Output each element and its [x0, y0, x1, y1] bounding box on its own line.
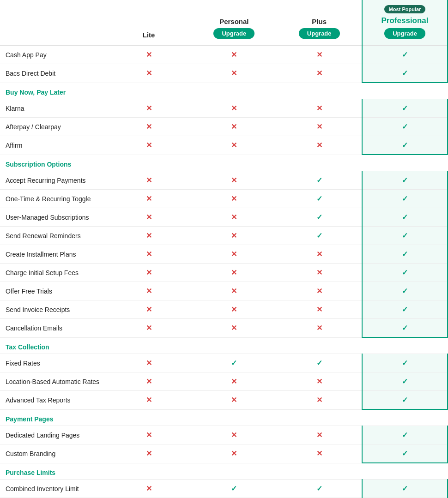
check-icon: ✓ — [402, 324, 408, 332]
cross-icon: ✕ — [146, 104, 152, 112]
cell-professional: ✓ — [362, 444, 448, 463]
cell-professional: ✓ — [362, 480, 448, 498]
check-icon: ✓ — [402, 213, 408, 221]
cell-personal: ✕ — [191, 372, 277, 391]
cross-icon: ✕ — [316, 450, 322, 457]
cross-icon: ✕ — [316, 306, 322, 313]
cross-icon: ✕ — [146, 250, 152, 258]
cross-icon: ✕ — [146, 324, 152, 332]
plus-upgrade-button[interactable]: Upgrade — [299, 28, 340, 39]
check-icon: ✓ — [316, 232, 322, 240]
cross-icon: ✕ — [316, 396, 322, 404]
cell-professional: ✓ — [362, 190, 448, 208]
cell-plus: ✕ — [277, 282, 362, 300]
cross-icon: ✕ — [231, 213, 237, 221]
cell-lite: ✕ — [106, 480, 192, 498]
cell-personal: ✕ — [191, 118, 277, 136]
section-title-buy-now-pay-later: Buy Now, Pay Later — [6, 89, 66, 96]
plus-plan-name: Plus — [282, 18, 356, 25]
feature-label: Charge Initial Setup Fees — [0, 264, 106, 282]
table-row: Affirm✕✕✕✓ — [0, 136, 448, 155]
cell-professional: ✓ — [362, 372, 448, 391]
professional-upgrade-button[interactable]: Upgrade — [384, 28, 425, 39]
cell-professional: ✓ — [362, 300, 448, 319]
check-icon: ✓ — [402, 287, 408, 295]
table-row: Cash App Pay✕✕✕✓ — [0, 46, 448, 64]
cell-lite: ✕ — [106, 64, 192, 83]
cell-lite: ✕ — [106, 354, 192, 372]
comparison-table: Lite Personal Upgrade Plus Upgrade Most … — [0, 0, 448, 498]
section-header-tax-collection: Tax Collection — [0, 337, 448, 354]
cell-lite: ✕ — [106, 300, 192, 319]
cell-professional: ✓ — [362, 245, 448, 264]
cell-personal: ✕ — [191, 208, 277, 227]
section-title-tax-collection: Tax Collection — [6, 343, 49, 351]
check-icon: ✓ — [231, 359, 237, 367]
cell-plus: ✕ — [277, 444, 362, 463]
personal-plan-name: Personal — [197, 18, 271, 25]
check-icon: ✓ — [402, 359, 408, 367]
cross-icon: ✕ — [316, 69, 322, 77]
cell-plus: ✕ — [277, 99, 362, 118]
cross-icon: ✕ — [231, 431, 237, 439]
cell-lite: ✕ — [106, 444, 192, 463]
cell-plus: ✕ — [277, 264, 362, 282]
cross-icon: ✕ — [231, 141, 237, 149]
cell-plus: ✕ — [277, 426, 362, 444]
check-icon: ✓ — [402, 123, 408, 131]
cell-lite: ✕ — [106, 208, 192, 227]
cell-professional: ✓ — [362, 171, 448, 190]
feature-label: Offer Free Trials — [0, 282, 106, 300]
cross-icon: ✕ — [316, 324, 322, 332]
cell-lite: ✕ — [106, 319, 192, 338]
cell-personal: ✓ — [191, 480, 277, 498]
cross-icon: ✕ — [316, 250, 322, 258]
cell-plus: ✕ — [277, 319, 362, 338]
table-row: Advanced Tax Reports✕✕✕✓ — [0, 391, 448, 410]
professional-column-header: Most Popular Professional Upgrade — [362, 0, 448, 46]
cell-lite: ✕ — [106, 264, 192, 282]
section-header-purchase-limits: Purchase Limits — [0, 463, 448, 480]
cross-icon: ✕ — [231, 195, 237, 203]
cross-icon: ✕ — [146, 195, 152, 203]
cross-icon: ✕ — [146, 176, 152, 184]
check-icon: ✓ — [402, 141, 408, 149]
cell-professional: ✓ — [362, 227, 448, 245]
cell-plus: ✓ — [277, 190, 362, 208]
table-row: Create Installment Plans✕✕✕✓ — [0, 245, 448, 264]
cross-icon: ✕ — [146, 287, 152, 295]
feature-label: Afterpay / Clearpay — [0, 118, 106, 136]
cross-icon: ✕ — [146, 450, 152, 457]
cross-icon: ✕ — [316, 378, 322, 385]
cross-icon: ✕ — [231, 450, 237, 457]
cross-icon: ✕ — [146, 306, 152, 313]
check-icon: ✓ — [402, 306, 408, 313]
feature-label: Fixed Rates — [0, 354, 106, 372]
cell-lite: ✕ — [106, 426, 192, 444]
cell-professional: ✓ — [362, 264, 448, 282]
check-icon: ✓ — [402, 378, 408, 385]
cell-plus: ✕ — [277, 300, 362, 319]
check-icon: ✓ — [316, 485, 322, 492]
feature-label: Cancellation Emails — [0, 319, 106, 338]
cell-personal: ✕ — [191, 444, 277, 463]
table-row: Dedicated Landing Pages✕✕✕✓ — [0, 426, 448, 444]
cell-plus: ✕ — [277, 46, 362, 64]
cross-icon: ✕ — [231, 123, 237, 131]
cell-plus: ✓ — [277, 354, 362, 372]
most-popular-badge: Most Popular — [384, 5, 426, 13]
personal-upgrade-button[interactable]: Upgrade — [213, 28, 254, 39]
section-header-payment-pages: Payment Pages — [0, 409, 448, 426]
personal-column-header: Personal Upgrade — [191, 0, 277, 46]
cross-icon: ✕ — [146, 213, 152, 221]
feature-column-header — [0, 0, 106, 46]
table-row: Send Invoice Receipts✕✕✕✓ — [0, 300, 448, 319]
feature-label: Location-Based Automatic Rates — [0, 372, 106, 391]
check-icon: ✓ — [402, 51, 408, 59]
cross-icon: ✕ — [146, 69, 152, 77]
cell-lite: ✕ — [106, 227, 192, 245]
feature-label: Affirm — [0, 136, 106, 155]
cross-icon: ✕ — [146, 485, 152, 492]
cross-icon: ✕ — [146, 431, 152, 439]
cell-personal: ✕ — [191, 190, 277, 208]
